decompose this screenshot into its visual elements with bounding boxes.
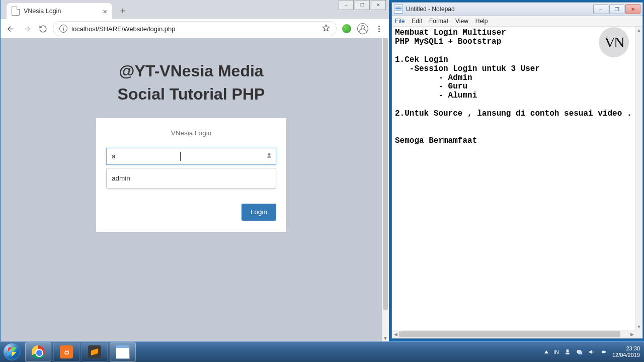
notepad-text-area[interactable]: Membuat Login Multiuser PHP MySQLi + Boo…	[392, 27, 635, 330]
menu-help[interactable]: Help	[475, 18, 488, 25]
sublime-icon	[88, 345, 101, 358]
start-button[interactable]	[0, 342, 24, 362]
scroll-right-arrow-icon[interactable]: ▶	[628, 330, 635, 338]
menu-view[interactable]: View	[455, 18, 468, 25]
scroll-thumb[interactable]	[399, 331, 620, 337]
menu-edit[interactable]: Edit	[412, 18, 422, 25]
tray-overflow-icon[interactable]	[544, 350, 548, 353]
notepad-titlebar[interactable]: Untitled - Notepad – ❐ ✕	[392, 3, 642, 16]
login-card: VNesia Login admin Login	[96, 118, 286, 232]
scroll-left-arrow-icon[interactable]: ◀	[392, 330, 399, 338]
chrome-maximize-button[interactable]: ❐	[355, 0, 370, 10]
taskbar-chrome[interactable]	[25, 342, 51, 361]
scroll-corner	[635, 330, 642, 338]
taskbar-xampp[interactable]: ප	[53, 342, 79, 361]
network-icon[interactable]	[576, 348, 583, 355]
bookmark-star-icon[interactable]	[322, 24, 330, 34]
menu-file[interactable]: File	[395, 18, 405, 25]
nav-reload-button[interactable]	[37, 23, 49, 35]
svg-rect-2	[602, 351, 605, 353]
chrome-icon	[32, 345, 45, 358]
chrome-window: – ❐ ✕ VNesia Login × + i loca	[1, 0, 389, 342]
volume-icon[interactable]	[588, 348, 595, 355]
extension-icon[interactable]	[341, 23, 353, 35]
browser-tab[interactable]: VNesia Login ×	[7, 3, 112, 19]
chrome-menu-button[interactable]	[373, 23, 385, 35]
scroll-up-arrow-icon[interactable]: ▲	[635, 27, 642, 34]
windows-taskbar: ප IN 23:30 12/04/2019	[0, 341, 644, 362]
notepad-icon	[116, 345, 130, 359]
windows-orb-icon	[4, 343, 21, 360]
new-tab-button[interactable]: +	[116, 5, 129, 18]
site-info-icon[interactable]: i	[59, 25, 67, 33]
scroll-down-arrow-icon[interactable]: ▼	[382, 335, 389, 342]
text-caret	[180, 152, 181, 161]
power-icon[interactable]	[600, 348, 607, 355]
nav-forward-button[interactable]	[21, 23, 33, 35]
page-heading: @YT-VNesia Media Social Tutorial PHP	[118, 59, 265, 106]
scroll-thumb[interactable]	[383, 38, 388, 310]
xampp-icon: ප	[60, 345, 73, 358]
notepad-vertical-scrollbar[interactable]: ▲ ▼	[635, 27, 642, 330]
chrome-vertical-scrollbar[interactable]: ▲ ▼	[382, 38, 389, 342]
chrome-tabstrip: VNesia Login × +	[1, 0, 389, 19]
login-card-title: VNesia Login	[106, 129, 276, 137]
page-viewport: @YT-VNesia Media Social Tutorial PHP VNe…	[1, 38, 382, 342]
address-bar[interactable]: i localhost/SHARE/Website/login.php	[53, 21, 337, 36]
notepad-minimize-button[interactable]: –	[593, 4, 608, 14]
notepad-menu-bar: File Edit Format View Help	[392, 16, 642, 27]
svg-rect-1	[578, 351, 582, 354]
username-field-wrap	[106, 148, 276, 165]
taskbar-sublime[interactable]	[82, 342, 108, 361]
page-favicon-icon	[12, 7, 20, 16]
nav-back-button[interactable]	[5, 23, 17, 35]
tab-close-icon[interactable]: ×	[103, 8, 107, 15]
notepad-app-icon	[394, 5, 403, 14]
user-icon	[266, 152, 272, 160]
tray-clock[interactable]: 23:30 12/04/2019	[612, 345, 640, 358]
input-language[interactable]: IN	[553, 349, 559, 355]
url-text: localhost/SHARE/Website/login.php	[71, 25, 175, 33]
chrome-minimize-button[interactable]: –	[339, 0, 354, 10]
chrome-close-button[interactable]: ✕	[371, 0, 386, 10]
notepad-close-button[interactable]: ✕	[625, 4, 640, 14]
autocomplete-dropdown[interactable]: admin	[106, 168, 276, 189]
channel-watermark-icon: VN	[599, 27, 629, 57]
system-tray: IN 23:30 12/04/2019	[544, 342, 644, 362]
notepad-title-text: Untitled - Notepad	[406, 6, 455, 13]
login-button[interactable]: Login	[242, 204, 276, 221]
scroll-down-arrow-icon[interactable]: ▼	[635, 323, 642, 330]
profile-avatar-icon[interactable]	[357, 23, 369, 35]
notepad-horizontal-scrollbar[interactable]: ◀ ▶	[392, 330, 635, 338]
menu-format[interactable]: Format	[429, 18, 448, 25]
notepad-maximize-button[interactable]: ❐	[609, 4, 624, 14]
svg-rect-3	[605, 351, 606, 352]
username-input[interactable]	[106, 148, 276, 165]
autocomplete-item[interactable]: admin	[112, 174, 130, 182]
chrome-toolbar: i localhost/SHARE/Website/login.php	[1, 19, 389, 39]
taskbar-notepad[interactable]	[110, 342, 136, 361]
tab-title: VNesia Login	[24, 8, 61, 15]
safely-remove-icon[interactable]	[564, 348, 571, 355]
